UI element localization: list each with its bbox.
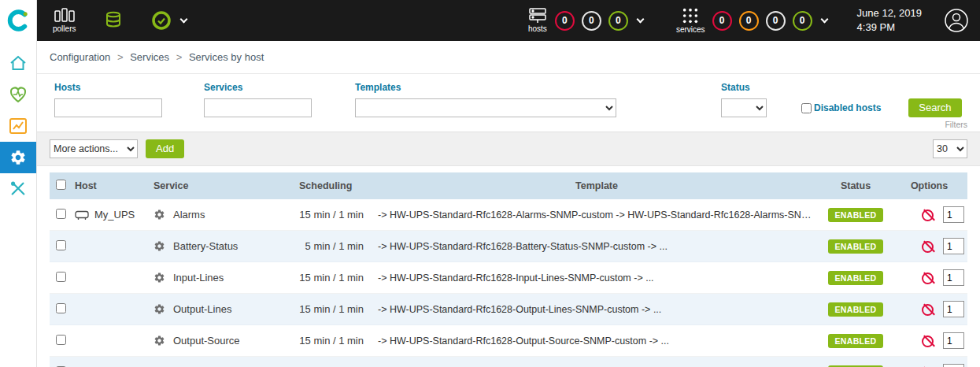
hosts-down-counter[interactable]: 0 xyxy=(555,11,575,31)
services-unknown-counter[interactable]: 0 xyxy=(766,11,786,31)
service-name[interactable]: Battery-Status xyxy=(173,240,238,252)
options-count-input[interactable] xyxy=(943,332,964,349)
sidebar-item-configuration[interactable] xyxy=(0,142,36,173)
hosts-up-counter[interactable]: 0 xyxy=(608,11,628,31)
disabled-hosts-label[interactable]: Disabled hosts xyxy=(814,102,881,113)
hosts-filter-label: Hosts xyxy=(54,82,162,93)
search-button[interactable]: Search xyxy=(908,98,961,117)
options-count-input[interactable] xyxy=(943,206,964,223)
hosts-filter-input[interactable] xyxy=(54,98,162,117)
breadcrumb-services[interactable]: Services xyxy=(130,51,169,63)
breadcrumb-configuration[interactable]: Configuration xyxy=(50,51,110,63)
filter-hosts: Hosts xyxy=(54,82,162,117)
select-all-checkbox[interactable] xyxy=(56,180,66,190)
scheduling-value: 15 min / 1 min xyxy=(299,272,364,284)
add-button[interactable]: Add xyxy=(146,139,184,158)
disabled-hosts-checkbox[interactable] xyxy=(801,103,812,113)
header-template: Template xyxy=(373,172,820,199)
template-chain: -> HW-UPS-Standard-Rfc1628-Output-Lines-… xyxy=(378,304,661,315)
clock-date: June 12, 2019 xyxy=(857,6,922,20)
options-count-input[interactable] xyxy=(943,301,964,317)
database-status[interactable] xyxy=(104,11,123,30)
services-label: services xyxy=(676,26,705,34)
options-count-input[interactable] xyxy=(943,238,964,254)
services-menu[interactable]: services xyxy=(676,7,705,34)
disable-icon[interactable] xyxy=(922,241,934,253)
services-table: Host Service Scheduling Template Status … xyxy=(50,172,967,367)
page-size-select[interactable]: 30 xyxy=(933,139,967,158)
service-name[interactable]: Output-Source xyxy=(173,335,240,347)
clock-time: 4:39 PM xyxy=(857,20,922,35)
status-select[interactable] xyxy=(721,98,767,117)
service-gear-icon xyxy=(153,272,165,284)
breadcrumb-services-by-host: Services by host xyxy=(189,51,264,63)
service-row: My_UPS Alarms 15 min / 1 min -> HW-UPS-S… xyxy=(50,199,967,231)
filter-panel: Hosts Services Templates Status xyxy=(37,73,980,132)
service-name[interactable]: Output-Lines xyxy=(173,303,231,315)
scheduling-value: 15 min / 1 min xyxy=(299,303,364,315)
main-column: pollers xyxy=(37,0,980,367)
host-name[interactable]: My_UPS xyxy=(94,209,135,221)
home-icon xyxy=(9,54,28,72)
services-icon xyxy=(682,7,699,24)
template-chain: -> HW-UPS-Standard-Rfc1628-Alarms-SNMP-c… xyxy=(378,209,820,221)
pollers-menu[interactable]: pollers xyxy=(53,8,76,33)
tools-icon xyxy=(9,180,27,198)
filter-services: Services xyxy=(204,82,312,117)
services-critical-counter[interactable]: 0 xyxy=(712,11,732,31)
pollers-icon xyxy=(54,8,75,24)
row-checkbox[interactable] xyxy=(56,303,66,313)
services-warning-counter[interactable]: 0 xyxy=(739,11,759,31)
hosts-unreachable-counter[interactable]: 0 xyxy=(582,11,601,31)
chevron-down-icon[interactable] xyxy=(636,15,644,23)
hosts-menu[interactable]: hosts xyxy=(527,8,548,33)
platform-status[interactable] xyxy=(151,10,187,31)
breadcrumb: Configuration > Services > Services by h… xyxy=(37,41,980,73)
services-status-group: services 0 0 0 0 xyxy=(676,7,827,34)
sidebar-item-reporting[interactable] xyxy=(0,110,36,142)
disable-icon[interactable] xyxy=(922,209,934,221)
pollers-label: pollers xyxy=(53,25,76,33)
heartbeat-icon xyxy=(9,86,28,103)
template-chain: -> HW-UPS-Standard-Rfc1628-Output-Source… xyxy=(378,335,669,347)
hosts-status-group: hosts 0 0 0 xyxy=(527,8,643,33)
disable-icon[interactable] xyxy=(922,272,934,284)
hosts-label: hosts xyxy=(528,25,547,33)
disable-icon[interactable] xyxy=(922,304,934,316)
options-count-input[interactable] xyxy=(943,364,964,367)
service-table-body: My_UPS Alarms 15 min / 1 min -> HW-UPS-S… xyxy=(50,199,967,367)
centreon-logo[interactable] xyxy=(0,0,36,41)
sidebar-item-monitoring[interactable] xyxy=(0,79,36,110)
service-row: Output-Lines 15 min / 1 min -> HW-UPS-St… xyxy=(50,294,967,325)
filter-templates: Templates xyxy=(355,82,616,117)
service-name[interactable]: Input-Lines xyxy=(173,272,224,284)
user-menu[interactable] xyxy=(944,8,969,33)
filters-caption: Filters xyxy=(945,120,967,129)
chart-icon xyxy=(9,117,28,135)
row-checkbox[interactable] xyxy=(56,335,66,345)
options-count-input[interactable] xyxy=(943,269,964,286)
service-gear-icon xyxy=(153,303,165,315)
hosts-icon xyxy=(527,8,548,24)
header-options: Options xyxy=(891,172,967,199)
row-checkbox[interactable] xyxy=(56,209,66,219)
filter-status: Status xyxy=(721,82,767,117)
service-row: Ping 5 min / 1 min -> Base-Ping-LAN-cust… xyxy=(50,357,967,367)
service-gear-icon xyxy=(153,209,165,221)
services-ok-counter[interactable]: 0 xyxy=(793,11,812,31)
header-status: Status xyxy=(820,172,891,199)
sidebar-item-administration[interactable] xyxy=(0,173,36,205)
scheduling-value: 15 min / 1 min xyxy=(299,209,364,221)
row-checkbox[interactable] xyxy=(56,240,66,250)
services-filter-input[interactable] xyxy=(204,98,312,117)
sidebar-item-home[interactable] xyxy=(0,47,36,79)
templates-select[interactable] xyxy=(355,98,616,117)
row-checkbox[interactable] xyxy=(56,272,66,282)
disable-icon[interactable] xyxy=(922,335,934,347)
service-name[interactable]: Alarms xyxy=(173,209,205,221)
chevron-down-icon[interactable] xyxy=(180,15,188,23)
filter-search: Search xyxy=(908,82,961,117)
centreon-app: pollers xyxy=(0,0,980,367)
more-actions-select[interactable]: More actions... xyxy=(50,139,138,158)
chevron-down-icon[interactable] xyxy=(820,15,828,23)
